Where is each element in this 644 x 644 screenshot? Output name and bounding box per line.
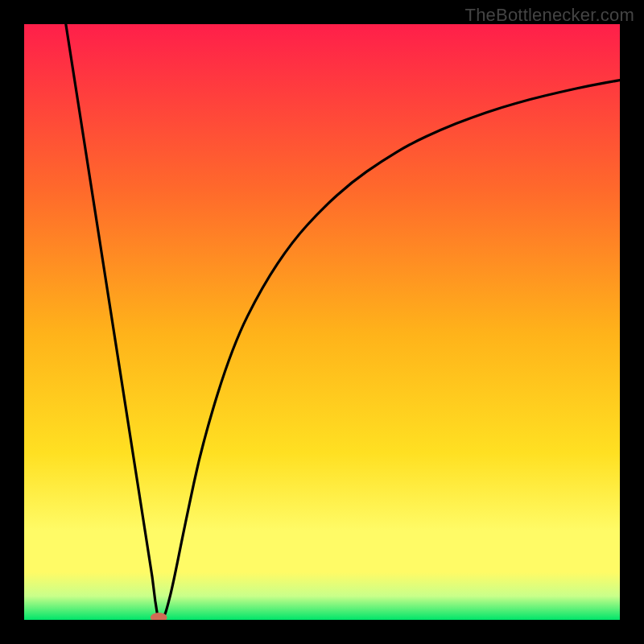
chart-frame: TheBottlenecker.com [0,0,644,644]
chart-svg [24,24,620,620]
plot-area [24,24,620,620]
watermark-text: TheBottlenecker.com [465,5,634,26]
